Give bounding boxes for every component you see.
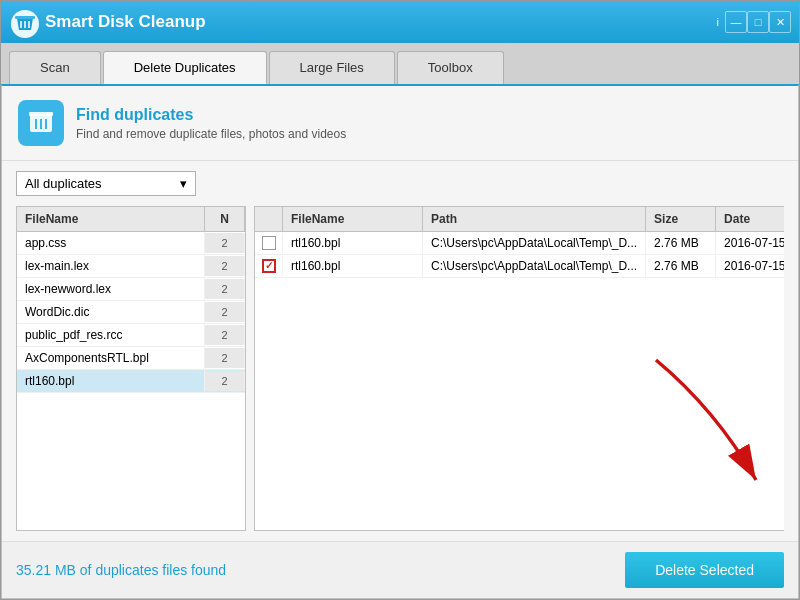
left-n: 2: [205, 233, 245, 253]
left-filename: public_pdf_res.rcc: [17, 324, 205, 346]
chevron-down-icon: ▾: [180, 176, 187, 191]
left-col-n-header: N: [205, 207, 245, 231]
left-filename: lex-newword.lex: [17, 278, 205, 300]
left-n: 2: [205, 279, 245, 299]
right-date: 2016-07-15 06:...: [716, 255, 784, 277]
right-col-date-header: Date: [716, 207, 784, 231]
minimize-button[interactable]: —: [725, 11, 747, 33]
row-checkbox[interactable]: [262, 259, 276, 273]
table-row[interactable]: lex-main.lex 2: [17, 255, 245, 278]
info-label: i: [717, 16, 719, 28]
left-n: 2: [205, 256, 245, 276]
table-row[interactable]: WordDic.dic 2: [17, 301, 245, 324]
status-text: 35.21 MB of duplicates files found: [16, 562, 226, 578]
table-row[interactable]: public_pdf_res.rcc 2: [17, 324, 245, 347]
left-n: 2: [205, 348, 245, 368]
delete-selected-button[interactable]: Delete Selected: [625, 552, 784, 588]
left-n: 2: [205, 325, 245, 345]
left-n: 2: [205, 302, 245, 322]
title-bar: Smart Disk Cleanup i — □ ✕: [1, 1, 799, 43]
svg-rect-1: [15, 16, 35, 19]
maximize-button[interactable]: □: [747, 11, 769, 33]
tab-bar: Scan Delete Duplicates Large Files Toolb…: [1, 43, 799, 84]
table-row[interactable]: AxComponentsRTL.bpl 2: [17, 347, 245, 370]
right-path: C:\Users\pc\AppData\Local\Temp\_D...: [423, 255, 646, 277]
app-window: Smart Disk Cleanup i — □ ✕ Scan Delete D…: [0, 0, 800, 600]
table-row[interactable]: lex-newword.lex 2: [17, 278, 245, 301]
section-header: Find duplicates Find and remove duplicat…: [2, 86, 798, 161]
right-path: C:\Users\pc\AppData\Local\Temp\_D...: [423, 232, 646, 254]
filter-row: All duplicates ▾: [16, 171, 784, 196]
table-row[interactable]: rtl160.bpl 2: [17, 370, 245, 393]
left-table-body: app.css 2 lex-main.lex 2 lex-newword.lex…: [17, 232, 245, 530]
right-date: 2016-07-15 06:...: [716, 232, 784, 254]
left-filename: rtl160.bpl: [17, 370, 205, 392]
main-area: All duplicates ▾ FileName N app.css 2: [2, 161, 798, 541]
left-filename: app.css: [17, 232, 205, 254]
checkbox-cell[interactable]: [255, 256, 283, 276]
filter-dropdown[interactable]: All duplicates ▾: [16, 171, 196, 196]
svg-rect-6: [29, 112, 53, 116]
right-filename: rtl160.bpl: [283, 255, 423, 277]
app-icon: [9, 8, 37, 36]
left-filename: lex-main.lex: [17, 255, 205, 277]
panels: FileName N app.css 2 lex-main.lex 2: [16, 206, 784, 531]
checkbox-cell[interactable]: [255, 233, 283, 253]
section-title: Find duplicates: [76, 106, 346, 124]
close-button[interactable]: ✕: [769, 11, 791, 33]
section-icon: [18, 100, 64, 146]
table-row[interactable]: rtl160.bpl C:\Users\pc\AppData\Local\Tem…: [255, 255, 784, 278]
tab-delete-duplicates[interactable]: Delete Duplicates: [103, 51, 267, 84]
tab-scan[interactable]: Scan: [9, 51, 101, 84]
filter-label: All duplicates: [25, 176, 102, 191]
right-size: 2.76 MB: [646, 232, 716, 254]
left-table-header: FileName N: [17, 207, 245, 232]
right-table-header: FileName Path Size Date: [255, 207, 784, 232]
footer: 35.21 MB of duplicates files found Delet…: [2, 541, 798, 598]
left-col-filename-header: FileName: [17, 207, 205, 231]
right-col-check-header: [255, 207, 283, 231]
section-info: Find duplicates Find and remove duplicat…: [76, 106, 346, 141]
table-row[interactable]: rtl160.bpl C:\Users\pc\AppData\Local\Tem…: [255, 232, 784, 255]
content-area: Find duplicates Find and remove duplicat…: [1, 84, 799, 599]
left-panel: FileName N app.css 2 lex-main.lex 2: [16, 206, 246, 531]
row-checkbox[interactable]: [262, 236, 276, 250]
left-filename: WordDic.dic: [17, 301, 205, 323]
tab-large-files[interactable]: Large Files: [269, 51, 395, 84]
right-col-filename-header: FileName: [283, 207, 423, 231]
right-col-size-header: Size: [646, 207, 716, 231]
tab-toolbox[interactable]: Toolbox: [397, 51, 504, 84]
app-title: Smart Disk Cleanup: [45, 12, 717, 32]
right-panel: FileName Path Size Date rtl160.bpl C:\Us…: [254, 206, 784, 531]
right-filename: rtl160.bpl: [283, 232, 423, 254]
left-filename: AxComponentsRTL.bpl: [17, 347, 205, 369]
right-size: 2.76 MB: [646, 255, 716, 277]
right-col-path-header: Path: [423, 207, 646, 231]
table-row[interactable]: app.css 2: [17, 232, 245, 255]
left-n: 2: [205, 371, 245, 391]
section-subtitle: Find and remove duplicate files, photos …: [76, 127, 346, 141]
right-table-body: rtl160.bpl C:\Users\pc\AppData\Local\Tem…: [255, 232, 784, 530]
